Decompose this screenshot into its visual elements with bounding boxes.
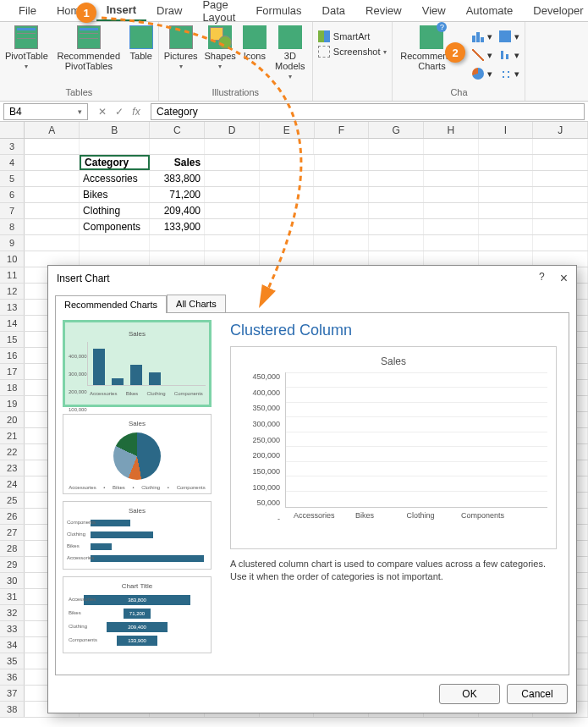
cell-J6[interactable] (533, 187, 588, 202)
col-header-F[interactable]: F (315, 122, 370, 138)
row-header[interactable]: 23 (0, 460, 25, 476)
cell-B3[interactable] (80, 139, 150, 154)
screenshot-button[interactable]: Screenshot ▾ (318, 44, 387, 59)
row-header[interactable]: 12 (0, 284, 25, 299)
cell-J9[interactable] (533, 235, 588, 251)
cell-G6[interactable] (369, 187, 424, 202)
cell-H5[interactable] (424, 171, 479, 186)
cell-A8[interactable] (25, 219, 80, 234)
cell-E4[interactable] (260, 155, 315, 170)
cell-F3[interactable] (314, 139, 369, 154)
cell-I7[interactable] (479, 203, 534, 218)
ok-button[interactable]: OK (439, 684, 500, 704)
cancel-formula-icon[interactable]: ✕ (95, 106, 110, 118)
cell-G3[interactable] (369, 139, 424, 154)
tab-draw[interactable]: Draw (146, 1, 192, 20)
cell-A7[interactable] (25, 203, 80, 218)
row-header[interactable]: 28 (0, 541, 25, 556)
cell-H7[interactable] (424, 203, 479, 218)
row-header[interactable]: 25 (0, 493, 25, 508)
cell-I8[interactable] (479, 219, 534, 234)
accept-formula-icon[interactable]: ✓ (112, 106, 127, 118)
cell-E6[interactable] (260, 187, 315, 202)
col-header-C[interactable]: C (150, 122, 205, 138)
col-header-D[interactable]: D (205, 122, 260, 138)
row-header[interactable]: 7 (0, 203, 25, 218)
tab-recommended-charts[interactable]: Recommended Charts (55, 295, 167, 313)
row-header[interactable]: 4 (0, 155, 25, 170)
chart-scatter-button[interactable]: ▾ (499, 66, 519, 81)
cell-A9[interactable] (25, 235, 80, 251)
row-header[interactable]: 18 (0, 380, 25, 395)
row-header[interactable]: 29 (0, 557, 25, 572)
cell-E8[interactable] (260, 219, 315, 234)
cell-F4[interactable] (315, 155, 370, 170)
select-all-corner[interactable] (0, 122, 25, 138)
chart-pie-button[interactable]: ▾ (472, 66, 492, 81)
cell-F6[interactable] (314, 187, 369, 202)
row-header[interactable]: 37 (0, 686, 25, 701)
fx-icon[interactable]: fx (129, 106, 144, 118)
smartart-button[interactable]: SmartArt (318, 29, 387, 44)
cell-B6[interactable]: Bikes (80, 187, 150, 202)
cell-D6[interactable] (205, 187, 260, 202)
row-header[interactable]: 27 (0, 525, 25, 540)
cell-I6[interactable] (479, 187, 534, 202)
cell-E5[interactable] (260, 171, 315, 186)
cell-F7[interactable] (314, 203, 369, 218)
row-header[interactable]: 6 (0, 187, 25, 202)
row-header[interactable]: 14 (0, 316, 25, 331)
pictures-button[interactable]: Pictures ▾ (164, 25, 198, 80)
cell-D7[interactable] (205, 203, 260, 218)
cell-C5[interactable]: 383,800 (150, 171, 205, 186)
row-header[interactable]: 21 (0, 428, 25, 443)
chart-statistic-button[interactable]: ▾ (499, 47, 519, 63)
cell-J7[interactable] (533, 203, 588, 218)
cell-B8[interactable]: Components (80, 219, 150, 234)
cell-A5[interactable] (25, 171, 80, 186)
cell-C7[interactable]: 209,400 (150, 203, 205, 218)
row-header[interactable]: 33 (0, 621, 25, 636)
cell-G7[interactable] (369, 203, 424, 218)
row-header[interactable]: 30 (0, 573, 25, 588)
row-header[interactable]: 31 (0, 589, 25, 604)
row-header[interactable]: 19 (0, 396, 25, 411)
col-header-J[interactable]: J (533, 122, 588, 138)
cell-H8[interactable] (424, 219, 479, 234)
cell-C9[interactable] (150, 235, 205, 251)
chart-line-button[interactable]: ▾ (472, 47, 492, 63)
row-header[interactable]: 20 (0, 412, 25, 427)
row-header[interactable]: 8 (0, 219, 25, 234)
row-header[interactable]: 17 (0, 364, 25, 379)
tab-all-charts[interactable]: All Charts (167, 295, 226, 312)
cell-C3[interactable] (150, 139, 205, 154)
row-header[interactable]: 26 (0, 509, 25, 524)
row-header[interactable]: 15 (0, 332, 25, 347)
cell-E3[interactable] (260, 139, 315, 154)
row-header[interactable]: 32 (0, 605, 25, 620)
name-box[interactable]: B4 ▾ (3, 103, 88, 120)
cell-H4[interactable] (424, 155, 479, 170)
cell-H6[interactable] (424, 187, 479, 202)
cell-J3[interactable] (533, 139, 588, 154)
cell-D4[interactable] (205, 155, 260, 170)
row-header[interactable]: 16 (0, 348, 25, 363)
cell-B4[interactable]: Category (80, 155, 150, 170)
chevron-down-icon[interactable]: ▾ (78, 107, 82, 116)
cell-B9[interactable] (80, 235, 150, 251)
pivottable-button[interactable]: PivotTable ▾ (5, 25, 48, 71)
cell-F5[interactable] (314, 171, 369, 186)
cell-F9[interactable] (314, 235, 369, 251)
row-header[interactable]: 36 (0, 669, 25, 685)
formula-bar[interactable]: Category (151, 103, 585, 120)
row-header[interactable]: 9 (0, 235, 25, 251)
dialog-help-button[interactable]: ? (539, 271, 545, 286)
cell-A3[interactable] (25, 139, 80, 154)
shapes-button[interactable]: Shapes ▾ (205, 25, 236, 80)
cell-D8[interactable] (205, 219, 260, 234)
cell-C4[interactable]: Sales (150, 155, 205, 170)
row-header[interactable]: 38 (0, 702, 25, 717)
cell-H3[interactable] (424, 139, 479, 154)
cell-J8[interactable] (533, 219, 588, 234)
tab-review[interactable]: Review (355, 1, 412, 20)
